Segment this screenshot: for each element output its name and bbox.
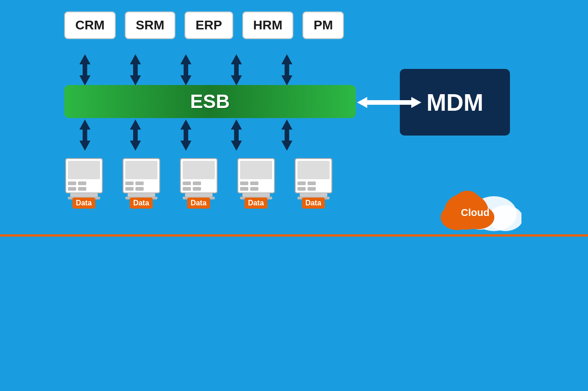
svg-rect-36: [78, 181, 86, 185]
svg-text:Cloud: Cloud: [461, 207, 489, 218]
svg-marker-18: [79, 119, 90, 130]
crm-box: CRM: [64, 11, 116, 39]
svg-rect-50: [183, 161, 215, 179]
svg-rect-52: [193, 181, 201, 185]
svg-rect-70: [308, 187, 316, 191]
arrow-below-2: [115, 119, 156, 151]
svg-rect-53: [183, 187, 191, 191]
server-4: Data: [232, 156, 280, 204]
svg-rect-13: [285, 64, 289, 75]
data-badge-2: Data: [129, 198, 153, 209]
svg-rect-61: [240, 187, 248, 191]
svg-marker-30: [281, 119, 292, 130]
arrow-below-5: [266, 119, 308, 151]
svg-marker-11: [231, 75, 242, 85]
svg-rect-19: [83, 130, 87, 141]
svg-rect-28: [234, 130, 239, 141]
svg-rect-54: [193, 187, 201, 191]
mdm-label: MDM: [426, 89, 483, 116]
svg-rect-43: [125, 181, 134, 185]
svg-rect-1: [83, 64, 87, 75]
svg-rect-7: [184, 64, 188, 75]
arrow-above-5: [266, 54, 308, 85]
svg-rect-22: [133, 130, 138, 141]
svg-marker-17: [411, 97, 421, 108]
svg-rect-68: [308, 181, 316, 185]
svg-rect-63: [242, 193, 270, 197]
svg-marker-5: [130, 75, 141, 85]
arrow-above-1: [64, 54, 106, 85]
svg-marker-29: [231, 141, 242, 151]
svg-marker-24: [180, 119, 191, 130]
erp-box: ERP: [185, 11, 233, 39]
data-badge-4: Data: [244, 198, 268, 209]
svg-marker-14: [281, 75, 292, 85]
data-badge-3: Data: [187, 198, 210, 209]
svg-marker-15: [357, 97, 367, 108]
svg-rect-10: [234, 64, 239, 75]
esb-mdm-arrow: [357, 95, 421, 110]
arrow-below-1: [64, 119, 106, 151]
top-section: CRM SRM ERP HRM PM: [0, 0, 588, 234]
arrow-above-4: [216, 54, 257, 85]
svg-marker-20: [79, 141, 90, 151]
servers-row: Data Data: [60, 156, 337, 204]
svg-marker-12: [281, 54, 292, 64]
bottom-section: Dispatch Payroll EAI Hub/Broker: [0, 234, 588, 391]
divider-line: [0, 234, 588, 237]
svg-rect-59: [240, 181, 248, 185]
svg-marker-2: [79, 75, 90, 85]
svg-rect-47: [128, 193, 155, 197]
svg-rect-66: [297, 161, 330, 179]
svg-marker-6: [180, 54, 191, 64]
svg-rect-51: [183, 181, 191, 185]
svg-rect-39: [70, 193, 98, 197]
svg-rect-25: [184, 130, 188, 141]
svg-rect-71: [300, 193, 327, 197]
svg-marker-21: [130, 119, 141, 130]
svg-marker-8: [180, 75, 191, 85]
svg-rect-62: [250, 187, 258, 191]
svg-marker-32: [281, 141, 292, 151]
hrm-box: HRM: [242, 11, 294, 39]
svg-rect-55: [185, 193, 213, 197]
svg-rect-60: [250, 181, 258, 185]
arrows-below-esb: [64, 119, 308, 151]
svg-rect-34: [68, 161, 100, 179]
svg-marker-0: [79, 54, 90, 64]
server-icon-5: [293, 156, 334, 202]
svg-marker-23: [130, 141, 141, 151]
server-3: Data: [174, 156, 223, 204]
svg-rect-44: [135, 181, 144, 185]
pm-box: PM: [302, 11, 344, 39]
svg-marker-9: [231, 54, 242, 64]
svg-marker-27: [231, 119, 242, 130]
svg-rect-42: [125, 161, 157, 179]
esb-label: ESB: [190, 91, 230, 113]
arrow-above-3: [165, 54, 207, 85]
arrow-below-3: [165, 119, 207, 151]
arrow-below-4: [216, 119, 257, 151]
svg-marker-3: [130, 54, 141, 64]
svg-rect-45: [125, 187, 134, 191]
arrows-above-esb: [64, 54, 308, 85]
system-boxes-row: CRM SRM ERP HRM PM: [64, 11, 344, 39]
server-icon-4: [235, 156, 277, 202]
server-5: Data: [289, 156, 337, 204]
esb-bar: ESB: [64, 85, 356, 118]
data-badge-5: Data: [302, 198, 325, 209]
server-icon-3: [178, 156, 219, 202]
svg-rect-16: [367, 100, 411, 105]
svg-rect-35: [68, 181, 76, 185]
svg-rect-69: [297, 187, 306, 191]
data-badge-1: Data: [72, 198, 95, 209]
svg-rect-58: [240, 161, 272, 179]
svg-rect-46: [135, 187, 144, 191]
cloud-group: Cloud: [434, 181, 521, 238]
server-1: Data: [60, 156, 108, 204]
svg-rect-4: [133, 64, 138, 75]
cloud-icon: Cloud: [434, 181, 521, 237]
server-icon-1: [63, 156, 105, 202]
srm-box: SRM: [125, 11, 175, 39]
svg-rect-31: [285, 130, 289, 141]
